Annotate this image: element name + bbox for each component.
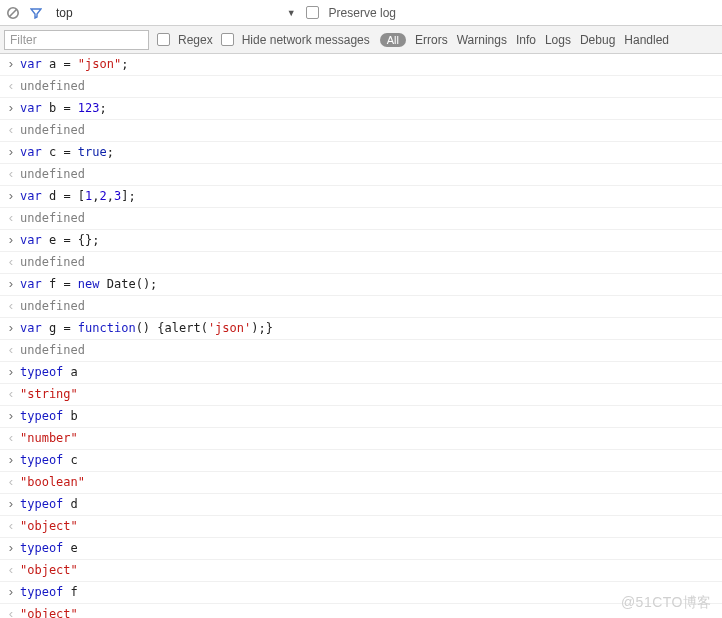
console-line-content[interactable]: typeof c	[18, 450, 78, 470]
hide-network-label: Hide network messages	[242, 33, 370, 47]
output-chevron-icon	[4, 560, 18, 581]
console-line-content[interactable]: var f = new Date();	[18, 274, 157, 294]
output-chevron-icon	[4, 252, 18, 273]
level-handled[interactable]: Handled	[624, 33, 669, 47]
input-chevron-icon	[4, 494, 18, 515]
console-input-row: typeof d	[0, 494, 722, 516]
console-line-content[interactable]: "object"	[18, 604, 78, 618]
level-debug[interactable]: Debug	[580, 33, 615, 47]
preserve-log-checkbox[interactable]	[306, 6, 319, 19]
console-output-row: "object"	[0, 516, 722, 538]
console-input-row: typeof c	[0, 450, 722, 472]
input-chevron-icon	[4, 186, 18, 207]
input-chevron-icon	[4, 54, 18, 75]
output-chevron-icon	[4, 76, 18, 97]
hide-network-checkbox[interactable]	[221, 33, 234, 46]
console-output-row: undefined	[0, 120, 722, 142]
console-line-content[interactable]: "string"	[18, 384, 78, 404]
filter-input[interactable]	[4, 30, 149, 50]
context-caret-icon[interactable]: ▼	[287, 8, 296, 18]
console-line-content[interactable]: "boolean"	[18, 472, 85, 492]
console-input-row: typeof e	[0, 538, 722, 560]
console-output-row: undefined	[0, 164, 722, 186]
level-all[interactable]: All	[380, 33, 406, 47]
input-chevron-icon	[4, 538, 18, 559]
output-chevron-icon	[4, 428, 18, 449]
console-line-content[interactable]: "number"	[18, 428, 78, 448]
input-chevron-icon	[4, 406, 18, 427]
console-input-row: typeof b	[0, 406, 722, 428]
console-line-content[interactable]: undefined	[18, 296, 85, 316]
console-input-row: var e = {};	[0, 230, 722, 252]
console-output-row: undefined	[0, 340, 722, 362]
console-line-content[interactable]: var g = function() {alert('json');}	[18, 318, 273, 338]
console-output-row: "number"	[0, 428, 722, 450]
console-line-content[interactable]: var b = 123;	[18, 98, 107, 118]
output-chevron-icon	[4, 604, 18, 618]
input-chevron-icon	[4, 450, 18, 471]
output-chevron-icon	[4, 208, 18, 229]
console-line-content[interactable]: var e = {};	[18, 230, 100, 250]
input-chevron-icon	[4, 230, 18, 251]
input-chevron-icon	[4, 362, 18, 383]
console-line-content[interactable]: typeof f	[18, 582, 78, 602]
console-output-row: undefined	[0, 76, 722, 98]
console-line-content[interactable]: var a = "json";	[18, 54, 128, 74]
preserve-log-label: Preserve log	[329, 6, 396, 20]
console-output-row: "object"	[0, 604, 722, 618]
output-chevron-icon	[4, 340, 18, 361]
console-input-row: var f = new Date();	[0, 274, 722, 296]
regex-checkbox[interactable]	[157, 33, 170, 46]
console-output-row: "object"	[0, 560, 722, 582]
console-line-content[interactable]: typeof e	[18, 538, 78, 558]
console-line-content[interactable]: undefined	[18, 164, 85, 184]
output-chevron-icon	[4, 516, 18, 537]
console-input-row: typeof a	[0, 362, 722, 384]
input-chevron-icon	[4, 142, 18, 163]
console-line-content[interactable]: undefined	[18, 252, 85, 272]
input-chevron-icon	[4, 274, 18, 295]
console-input-row: var g = function() {alert('json');}	[0, 318, 722, 340]
output-chevron-icon	[4, 384, 18, 405]
console-input-row: var c = true;	[0, 142, 722, 164]
level-warnings[interactable]: Warnings	[457, 33, 507, 47]
svg-line-1	[9, 9, 16, 16]
console-line-content[interactable]: undefined	[18, 340, 85, 360]
console-output-row: undefined	[0, 252, 722, 274]
input-chevron-icon	[4, 98, 18, 119]
console-toolbar-filters: Regex Hide network messages All Errors W…	[0, 26, 722, 54]
console-output-row: undefined	[0, 296, 722, 318]
console-line-content[interactable]: var d = [1,2,3];	[18, 186, 136, 206]
filter-icon[interactable]	[30, 7, 42, 19]
console-output-row: undefined	[0, 208, 722, 230]
output-chevron-icon	[4, 164, 18, 185]
console-line-content[interactable]: typeof b	[18, 406, 78, 426]
input-chevron-icon	[4, 582, 18, 603]
regex-label: Regex	[178, 33, 213, 47]
console-line-content[interactable]: undefined	[18, 120, 85, 140]
level-info[interactable]: Info	[516, 33, 536, 47]
output-chevron-icon	[4, 296, 18, 317]
console-line-content[interactable]: typeof a	[18, 362, 78, 382]
console-line-content[interactable]: undefined	[18, 208, 85, 228]
log-level-filters: All Errors Warnings Info Logs Debug Hand…	[380, 33, 669, 47]
console-input-row: var b = 123;	[0, 98, 722, 120]
output-chevron-icon	[4, 120, 18, 141]
level-logs[interactable]: Logs	[545, 33, 571, 47]
clear-console-icon[interactable]	[6, 6, 20, 20]
console-line-content[interactable]: var c = true;	[18, 142, 114, 162]
console-log-area: var a = "json";undefinedvar b = 123;unde…	[0, 54, 722, 618]
console-output-row: "boolean"	[0, 472, 722, 494]
console-input-row: var d = [1,2,3];	[0, 186, 722, 208]
console-line-content[interactable]: "object"	[18, 560, 78, 580]
console-toolbar-top: top ▼ Preserve log	[0, 0, 722, 26]
console-line-content[interactable]: undefined	[18, 76, 85, 96]
watermark: @51CTO博客	[621, 594, 712, 612]
output-chevron-icon	[4, 472, 18, 493]
execution-context-selector[interactable]: top	[52, 6, 77, 20]
console-line-content[interactable]: "object"	[18, 516, 78, 536]
console-line-content[interactable]: typeof d	[18, 494, 78, 514]
level-errors[interactable]: Errors	[415, 33, 448, 47]
console-output-row: "string"	[0, 384, 722, 406]
console-input-row: typeof f	[0, 582, 722, 604]
